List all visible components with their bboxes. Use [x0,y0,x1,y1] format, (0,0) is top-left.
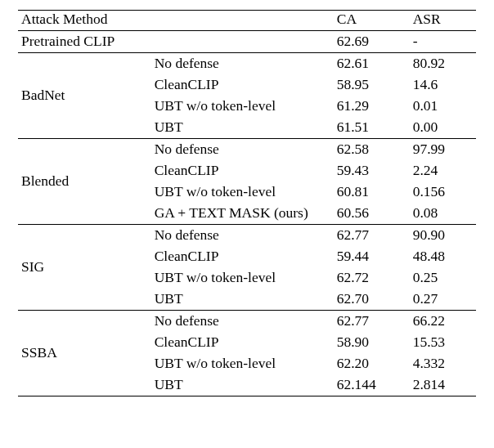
ca-value: 59.43 [334,160,410,181]
defense-method: UBT [151,117,334,139]
defense-method: No defense [151,138,334,160]
table-row: SSBANo defense62.7766.22 [18,310,476,332]
defense-method: CleanCLIP [151,160,334,181]
table-row: Pretrained CLIP62.69- [18,30,476,52]
defense-method: CleanCLIP [151,74,334,96]
asr-value: - [410,30,476,52]
ca-value: 61.29 [334,96,410,117]
ca-value: 58.95 [334,74,410,96]
asr-value: 2.814 [410,374,476,396]
defense-method: No defense [151,224,334,246]
asr-value: 0.25 [410,267,476,289]
ca-value: 62.144 [334,374,410,396]
attack-method: SSBA [18,310,151,396]
ca-value: 60.81 [334,181,410,203]
ca-value: 62.72 [334,267,410,289]
asr-value: 0.156 [410,181,476,203]
ca-value: 62.77 [334,310,410,332]
table-row: BlendedNo defense62.5897.99 [18,138,476,160]
ca-value: 62.77 [334,224,410,246]
defense-method: UBT w/o token-level [151,267,334,289]
ca-value: 58.90 [334,332,410,353]
asr-value: 4.332 [410,353,476,374]
defense-method: No defense [151,310,334,332]
ca-value: 59.44 [334,246,410,267]
asr-value: 0.08 [410,203,476,225]
asr-value: 0.01 [410,96,476,117]
table-row: SIGNo defense62.7790.90 [18,224,476,246]
header-asr: ASR [410,11,476,31]
results-table: Attack Method CA ASR Pretrained CLIP62.6… [18,10,476,396]
asr-value: 14.6 [410,74,476,96]
defense-method: No defense [151,52,334,74]
defense-method: UBT w/o token-level [151,353,334,374]
ca-value: 62.20 [334,353,410,374]
asr-value: 90.90 [410,224,476,246]
header-ca: CA [334,11,410,31]
ca-value: 60.56 [334,203,410,225]
ca-value: 62.61 [334,52,410,74]
defense-method: CleanCLIP [151,246,334,267]
defense-method: UBT w/o token-level [151,96,334,117]
asr-value: 48.48 [410,246,476,267]
attack-method: SIG [18,224,151,310]
asr-value: 0.00 [410,117,476,139]
asr-value: 97.99 [410,138,476,160]
defense-method: UBT [151,374,334,396]
asr-value: 66.22 [410,310,476,332]
ca-value: 61.51 [334,117,410,139]
attack-method: BadNet [18,52,151,138]
attack-method: Blended [18,138,151,224]
ca-value: 62.58 [334,138,410,160]
defense-method: UBT [151,289,334,311]
ca-value: 62.70 [334,289,410,311]
table-row: BadNetNo defense62.6180.92 [18,52,476,74]
defense-method: CleanCLIP [151,332,334,353]
ca-value: 62.69 [334,30,410,52]
defense-method: UBT w/o token-level [151,181,334,203]
asr-value: 15.53 [410,332,476,353]
header-attack: Attack Method [18,11,334,31]
defense-method: GA + TEXT MASK (ours) [151,203,334,225]
asr-value: 0.27 [410,289,476,311]
asr-value: 2.24 [410,160,476,181]
pretrained-label: Pretrained CLIP [18,30,334,52]
asr-value: 80.92 [410,52,476,74]
header-row: Attack Method CA ASR [18,11,476,31]
